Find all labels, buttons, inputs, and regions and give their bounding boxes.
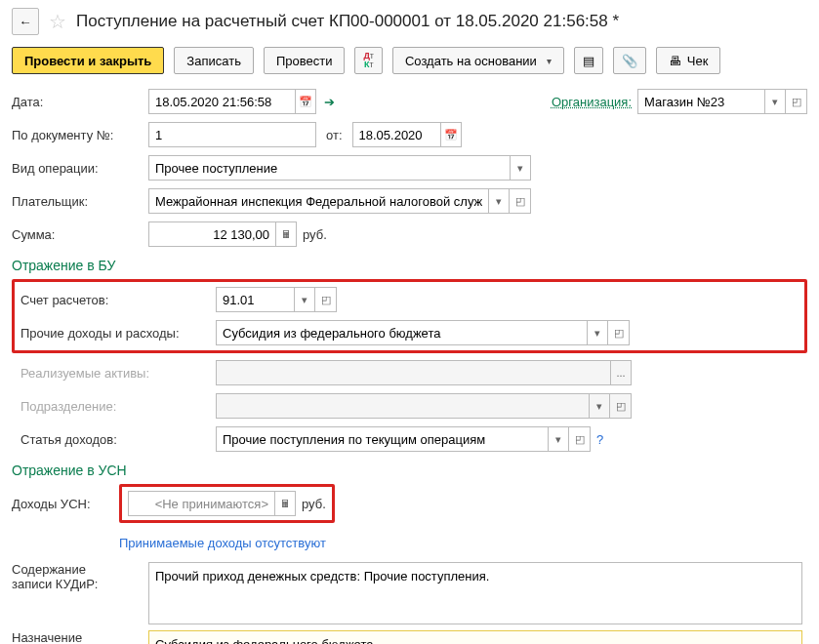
division-input [216,393,589,419]
payer-expand-icon[interactable]: ◰ [510,188,531,214]
calendar-icon[interactable]: 📅 [295,89,316,114]
op-type-label: Вид операции: [12,161,148,176]
division-label: Подразделение: [20,399,216,414]
settlement-account-label: Счет расчетов: [20,293,216,307]
payer-dropdown-icon[interactable]: ▾ [488,188,510,214]
income-item-dropdown-icon[interactable]: ▾ [548,426,569,452]
from-label: от: [326,128,343,142]
attachments-button[interactable]: 📎 [613,47,646,74]
payer-label: Плательщик: [12,194,148,209]
date-label: Дата: [12,95,148,109]
currency-label: руб. [303,227,327,242]
save-button[interactable]: Записать [174,47,254,74]
kudir-label: Содержание записи КУДиР: [12,562,148,591]
create-based-on-button[interactable]: Создать на основании [392,47,564,74]
settlement-expand-icon[interactable]: ◰ [315,287,337,312]
date-input[interactable] [148,89,295,114]
op-type-input[interactable] [148,155,510,181]
settlement-account-input[interactable] [216,287,294,312]
page-title: Поступление на расчетный счет КП00-00000… [76,12,619,31]
op-type-dropdown-icon[interactable]: ▾ [510,155,531,181]
kudir-textarea[interactable] [148,562,802,624]
purpose-textarea[interactable] [148,630,802,644]
organization-label[interactable]: Организация: [552,95,632,109]
section-bu-header: Отражение в БУ [12,258,807,273]
structure-icon: ▤ [583,54,594,68]
back-icon: ← [19,15,31,29]
doc-date-calendar-icon[interactable]: 📅 [440,122,462,147]
postings-button[interactable]: ДтКт [354,47,383,74]
income-item-help-link[interactable]: ? [596,432,603,447]
back-button[interactable]: ← [12,8,39,35]
income-item-label: Статья доходов: [20,432,216,447]
amount-input[interactable] [148,221,275,247]
income-item-expand-icon[interactable]: ◰ [569,426,591,452]
doc-date-input[interactable] [352,122,440,147]
doc-no-label: По документу №: [12,128,148,142]
assets-more-icon: ... [610,360,632,385]
doc-no-input[interactable] [148,122,316,147]
assets-label: Реализуемые активы: [20,366,216,381]
usn-calc-icon[interactable]: 🖩 [274,491,296,516]
payer-input[interactable] [148,188,488,214]
section-usn-header: Отражение в УСН [12,463,807,478]
check-button[interactable]: 🖶 Чек [656,47,721,74]
organization-expand-icon[interactable]: ◰ [786,89,807,114]
income-item-input[interactable] [216,426,548,452]
other-income-expand-icon[interactable]: ◰ [608,320,630,345]
dtkt-icon: ДтКт [363,52,374,69]
division-expand-icon: ◰ [610,393,632,419]
favorite-star-icon[interactable]: ☆ [49,10,66,33]
structure-button[interactable]: ▤ [574,47,603,74]
toolbar: Провести и закрыть Записать Провести ДтК… [12,47,807,74]
usn-note-link[interactable]: Принимаемые доходы отсутствуют [119,536,326,550]
date-input-group: 📅 [148,89,316,114]
usn-highlight-block: 🖩 руб. [119,484,335,523]
other-income-label: Прочие доходы и расходы: [20,326,216,341]
organization-input[interactable] [637,89,764,114]
other-income-input[interactable] [216,320,587,345]
usn-income-input[interactable] [128,491,274,516]
settlement-dropdown-icon[interactable]: ▾ [294,287,315,312]
usn-currency-label: руб. [302,497,326,511]
post-and-close-button[interactable]: Провести и закрыть [12,47,164,74]
assets-input [216,360,610,385]
calc-icon[interactable]: 🖩 [275,221,297,247]
post-button[interactable]: Провести [264,47,346,74]
usn-income-label: Доходы УСН: [12,497,119,511]
printer-icon: 🖶 [669,54,681,68]
organization-dropdown-icon[interactable]: ▾ [764,89,786,114]
purpose-label: Назначение платежа: [12,630,148,644]
clip-icon: 📎 [622,54,637,68]
bu-highlight-block: Счет расчетов: ▾ ◰ Прочие доходы и расхо… [12,279,807,353]
amount-label: Сумма: [12,227,148,242]
division-dropdown-icon: ▾ [589,393,610,419]
date-arrow-icon[interactable]: ➔ [324,95,335,109]
other-income-dropdown-icon[interactable]: ▾ [587,320,608,345]
